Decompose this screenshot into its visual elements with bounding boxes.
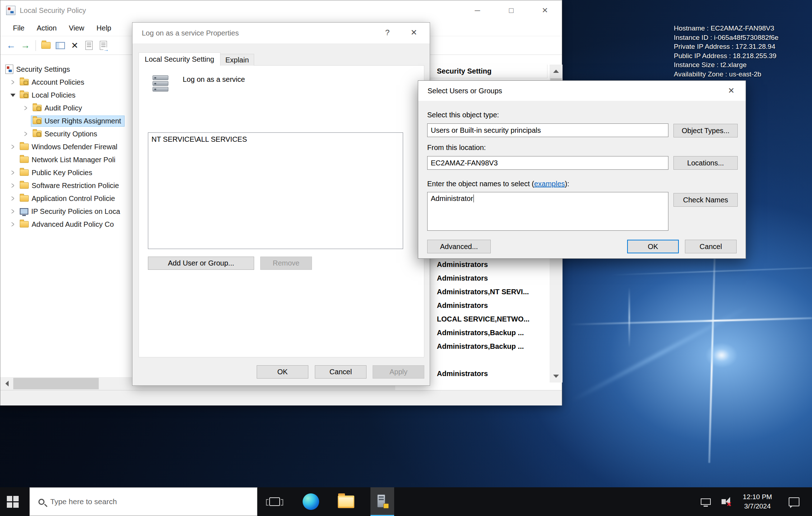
tree-item-software-restriction-policies[interactable]: Software Restriction Policie [0,179,132,192]
tree-item-ip-security-policies[interactable]: IP Security Policies on Loca [0,205,132,218]
tree-item-network-list-manager[interactable]: Network List Manager Poli [0,153,132,166]
chevron-right-icon[interactable] [20,130,31,138]
scroll-down-arrow[interactable] [550,370,563,383]
cancel-button[interactable]: Cancel [315,365,367,379]
members-listbox[interactable]: NT SERVICE\ALL SERVICES [148,132,403,249]
search-placeholder: Type here to search [50,497,117,506]
scrollbar-thumb[interactable] [13,378,99,389]
chevron-right-icon[interactable] [8,207,18,215]
close-icon[interactable]: ✕ [404,23,424,43]
folder-lock-icon [20,92,29,98]
chevron-down-icon[interactable] [8,94,18,97]
object-type-field[interactable] [427,123,668,137]
menu-action[interactable]: Action [31,24,63,32]
volume-tray-button[interactable]: ✕ [715,487,732,516]
policy-setting-cell[interactable] [437,353,547,367]
examples-link[interactable]: examples [534,180,565,188]
chevron-right-icon[interactable] [8,182,18,189]
tree-item-security-settings[interactable]: Security Settings [0,63,132,76]
folder-icon [41,42,51,49]
advanced-button[interactable]: Advanced... [427,240,491,253]
tree-item-windows-defender-firewall[interactable]: Windows Defender Firewal [0,140,132,153]
policy-setting-cell[interactable]: Administrators [437,299,547,312]
action-center-button[interactable] [783,487,805,516]
dialog-title: Log on as a service Properties [142,29,239,37]
member-item[interactable]: NT SERVICE\ALL SERVICES [151,135,400,144]
local-security-policy-taskbar-button[interactable] [370,487,394,516]
object-names-label: Enter the object names to select (exampl… [427,180,569,188]
tree-item-advanced-audit-policy[interactable]: Advanced Audit Policy Co [0,218,132,231]
chevron-right-icon[interactable] [8,220,18,228]
console-tree-icon[interactable] [53,38,67,53]
ok-button[interactable]: OK [257,365,308,379]
document-icon [85,41,93,50]
tree-item-local-policies[interactable]: Local Policies [0,89,132,102]
location-field[interactable] [427,156,668,170]
policy-setting-cell[interactable]: Administrators,NT SERVI... [437,285,547,299]
close-button[interactable]: ✕ [528,0,562,20]
tab-local-security-setting[interactable]: Local Security Setting [139,52,220,66]
check-names-button[interactable]: Check Names [673,193,738,207]
folder-icon [20,169,29,176]
policy-setting-cell[interactable]: Administrators [437,258,547,271]
export-list-icon[interactable] [96,38,111,53]
chevron-right-icon[interactable] [20,104,31,112]
properties-doc-icon[interactable] [82,38,96,53]
title-bar: Local Security Policy ─ □ ✕ [0,0,562,20]
folder-lock-icon [33,118,42,124]
object-names-input[interactable]: Administrator [427,192,668,231]
policy-setting-cell[interactable]: Administrators [437,271,547,285]
apply-button: Apply [373,365,424,379]
menu-view[interactable]: View [63,24,90,32]
locations-button[interactable]: Locations... [673,156,738,170]
tree-item-user-rights-assignment[interactable]: User Rights Assignment [0,114,132,127]
task-view-button[interactable] [263,487,286,516]
back-icon[interactable]: ← [4,38,18,53]
chevron-right-icon[interactable] [8,169,18,177]
chevron-right-icon[interactable] [8,194,18,202]
menu-file[interactable]: File [7,24,31,32]
menu-help[interactable]: Help [90,24,117,32]
policy-setting-cell[interactable]: LOCAL SERVICE,NETWO... [437,312,547,326]
close-icon[interactable]: ✕ [721,81,741,101]
mute-x-icon: ✕ [727,501,732,508]
folder-icon [20,144,29,150]
network-tray-button[interactable] [698,487,714,516]
clock-time: 12:10 PM [743,492,772,502]
file-explorer-button[interactable] [334,487,358,516]
chevron-right-icon[interactable] [8,143,18,151]
maximize-button[interactable]: □ [494,0,528,20]
edge-button[interactable] [299,487,323,516]
app-icon [6,6,15,15]
network-icon [701,498,711,505]
console-tree-pane: Security Settings Account Policies Local… [0,55,132,377]
policy-setting-cell[interactable]: Administrators,Backup ... [437,326,547,339]
taskbar-clock[interactable]: 12:10 PM 3/7/2024 [736,487,779,516]
tree-item-security-options[interactable]: Security Options [0,127,132,140]
add-user-or-group-button[interactable]: Add User or Group... [148,257,254,270]
scroll-up-arrow[interactable] [550,65,563,78]
delete-icon[interactable]: ✕ [67,38,82,53]
tree-item-audit-policy[interactable]: Audit Policy [0,102,132,114]
object-types-button[interactable]: Object Types... [673,124,738,137]
tree-item-application-control-policies[interactable]: Application Control Policie [0,192,132,205]
cancel-button[interactable]: Cancel [685,240,737,253]
instance-info-line: Instance Size : t2.xlarge [674,60,779,70]
policy-setting-cell[interactable]: Administrators,Backup ... [437,339,547,353]
tree-item-account-policies[interactable]: Account Policies [0,76,132,89]
chevron-right-icon[interactable] [8,78,18,86]
tree-item-public-key-policies[interactable]: Public Key Policies [0,166,132,179]
taskbar-search-input[interactable]: Type here to search [29,487,257,516]
forward-icon[interactable]: → [18,38,33,53]
local-security-policy-icon [376,494,389,508]
tab-explain[interactable]: Explain [220,54,254,66]
up-level-folder-icon[interactable] [39,38,53,53]
help-button[interactable]: ? [377,23,397,43]
action-center-icon [789,497,799,506]
policy-setting-cell[interactable]: Administrators [437,367,547,380]
minimize-button[interactable]: ─ [461,0,494,20]
start-button[interactable] [0,487,25,516]
ok-button[interactable]: OK [627,240,679,253]
scroll-left-arrow[interactable] [0,377,13,390]
instance-info-line: Instance ID : i-065a48f5730882f6e [674,33,779,42]
